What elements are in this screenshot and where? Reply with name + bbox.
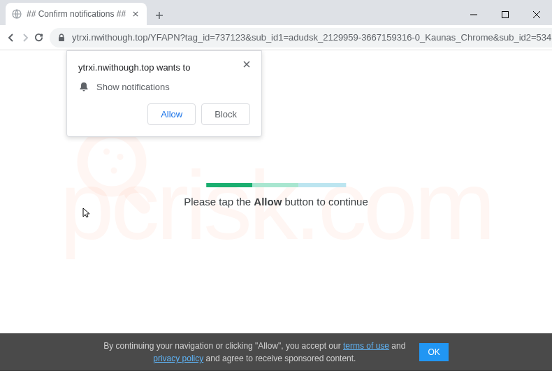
svg-rect-2 [59, 37, 64, 41]
close-window-button[interactable] [521, 4, 552, 25]
svg-rect-1 [502, 12, 508, 18]
allow-button[interactable]: Allow [147, 103, 196, 125]
tab-close-icon[interactable] [130, 8, 141, 20]
consent-bar: By continuing your navigation or clickin… [0, 333, 552, 371]
browser-tab[interactable]: ## Confirm notifications ## [6, 3, 147, 25]
privacy-link[interactable]: privacy policy [153, 354, 203, 363]
lock-icon [57, 33, 66, 43]
progress-bar [206, 183, 346, 187]
minimize-button[interactable] [458, 4, 489, 25]
tab-title: ## Confirm notifications ## [27, 9, 126, 19]
globe-icon [11, 8, 22, 20]
instruction-text: Please tap the Allow button to continue [184, 196, 368, 208]
svg-point-10 [103, 149, 110, 155]
svg-rect-9 [122, 185, 153, 217]
tab-bar: ## Confirm notifications ## [0, 0, 552, 25]
browser-toolbar: ytrxi.nwithough.top/YFAPN?tag_id=737123&… [0, 25, 552, 50]
reload-button[interactable] [34, 28, 44, 48]
forward-button[interactable] [20, 28, 31, 48]
address-bar[interactable]: ytrxi.nwithough.top/YFAPN?tag_id=737123&… [50, 28, 552, 48]
back-button[interactable] [6, 28, 17, 48]
main-message: Please tap the Allow button to continue [184, 183, 368, 208]
popup-close-icon[interactable] [243, 58, 254, 69]
page-content: pcrisk.com ytrxi.nwithough.top wants to … [0, 50, 552, 371]
svg-point-11 [117, 154, 124, 160]
block-button[interactable]: Block [201, 103, 250, 125]
svg-point-8 [82, 133, 141, 191]
url-text: ytrxi.nwithough.top/YFAPN?tag_id=737123&… [72, 32, 552, 43]
svg-point-12 [111, 168, 117, 174]
window-controls [458, 4, 552, 25]
popup-origin-text: ytrxi.nwithough.top wants to [78, 62, 250, 73]
mouse-cursor-icon [82, 208, 94, 219]
maximize-button[interactable] [489, 4, 521, 25]
notification-permission-popup: ytrxi.nwithough.top wants to Show notifi… [66, 50, 262, 137]
new-tab-button[interactable] [150, 6, 169, 25]
terms-link[interactable]: terms of use [343, 341, 389, 351]
bell-icon [78, 81, 89, 92]
consent-text: By continuing your navigation or clickin… [103, 340, 405, 365]
consent-ok-button[interactable]: OK [419, 343, 448, 361]
permission-label: Show notifications [96, 82, 170, 92]
